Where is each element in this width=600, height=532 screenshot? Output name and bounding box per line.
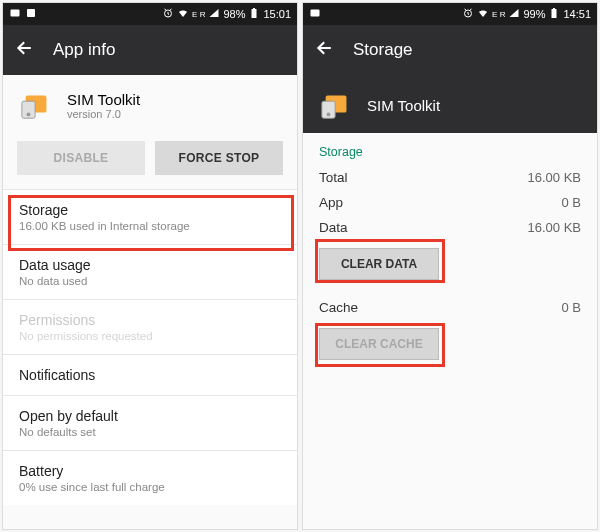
screen-storage: E R 99% 14:51 Storage SIM Toolkit Storag… xyxy=(302,2,598,530)
network-label: E R xyxy=(192,10,205,19)
svg-point-14 xyxy=(327,113,331,117)
battery-item[interactable]: Battery 0% use since last full charge xyxy=(3,450,297,505)
network-label: E R xyxy=(492,10,505,19)
clear-cache-button: CLEAR CACHE xyxy=(319,328,439,360)
kv-value: 0 B xyxy=(561,195,581,210)
item-subtitle: No defaults set xyxy=(19,426,281,438)
svg-rect-0 xyxy=(11,10,20,17)
kv-value: 0 B xyxy=(561,300,581,315)
wifi-icon xyxy=(477,7,489,21)
action-buttons: DISABLE FORCE STOP xyxy=(3,133,297,189)
storage-item[interactable]: Storage 16.00 KB used in Internal storag… xyxy=(3,189,297,244)
battery-text: 98% xyxy=(223,8,245,20)
kv-label: App xyxy=(319,195,343,210)
row-cache: Cache 0 B xyxy=(303,284,597,320)
kv-value: 16.00 KB xyxy=(528,220,582,235)
app-version: version 7.0 xyxy=(67,108,140,120)
signal-icon xyxy=(508,7,520,21)
notification-icon xyxy=(9,7,21,21)
svg-rect-1 xyxy=(27,9,35,17)
clock-text: 15:01 xyxy=(263,8,291,20)
item-title: Notifications xyxy=(19,367,281,383)
notifications-item[interactable]: Notifications xyxy=(3,354,297,395)
notification-icon xyxy=(309,7,321,21)
item-subtitle: No data used xyxy=(19,275,281,287)
screen-app-info: E R 98% 15:01 App info SIM Toolkit versi… xyxy=(2,2,298,530)
row-data: Data 16.00 KB xyxy=(303,215,597,240)
permissions-item: Permissions No permissions requested xyxy=(3,299,297,354)
svg-rect-11 xyxy=(553,8,555,9)
battery-text: 99% xyxy=(523,8,545,20)
kv-value: 16.00 KB xyxy=(528,170,582,185)
item-title: Permissions xyxy=(19,312,281,328)
item-title: Storage xyxy=(19,202,281,218)
svg-rect-8 xyxy=(311,10,320,17)
item-title: Data usage xyxy=(19,257,281,273)
alarm-icon xyxy=(162,7,174,21)
app-name: SIM Toolkit xyxy=(67,91,140,108)
page-title: Storage xyxy=(353,40,413,60)
status-bar: E R 98% 15:01 xyxy=(3,3,297,25)
back-icon[interactable] xyxy=(315,38,335,63)
app-bar: App info xyxy=(3,25,297,75)
clear-data-button[interactable]: CLEAR DATA xyxy=(319,248,439,280)
row-total: Total 16.00 KB xyxy=(303,165,597,190)
alarm-icon xyxy=(462,7,474,21)
svg-point-7 xyxy=(27,113,31,117)
app-header: SIM Toolkit xyxy=(303,75,597,133)
disable-button: DISABLE xyxy=(17,141,145,175)
app-bar: Storage xyxy=(303,25,597,75)
battery-icon xyxy=(248,7,260,21)
signal-icon xyxy=(208,7,220,21)
page-title: App info xyxy=(53,40,115,60)
app-name: SIM Toolkit xyxy=(367,97,440,114)
item-title: Open by default xyxy=(19,408,281,424)
back-icon[interactable] xyxy=(15,38,35,63)
section-label: Storage xyxy=(303,133,597,165)
item-subtitle: 16.00 KB used in Internal storage xyxy=(19,220,281,232)
app-header: SIM Toolkit version 7.0 xyxy=(3,75,297,133)
svg-rect-4 xyxy=(253,8,255,9)
row-app: App 0 B xyxy=(303,190,597,215)
item-subtitle: No permissions requested xyxy=(19,330,281,342)
item-subtitle: 0% use since last full charge xyxy=(19,481,281,493)
app-icon xyxy=(19,87,55,123)
kv-label: Cache xyxy=(319,300,358,315)
open-by-default-item[interactable]: Open by default No defaults set xyxy=(3,395,297,450)
force-stop-button[interactable]: FORCE STOP xyxy=(155,141,283,175)
data-usage-item[interactable]: Data usage No data used xyxy=(3,244,297,299)
kv-label: Total xyxy=(319,170,348,185)
kv-label: Data xyxy=(319,220,348,235)
clock-text: 14:51 xyxy=(563,8,591,20)
item-title: Battery xyxy=(19,463,281,479)
notification-icon xyxy=(25,7,37,21)
battery-icon xyxy=(548,7,560,21)
status-bar: E R 99% 14:51 xyxy=(303,3,597,25)
wifi-icon xyxy=(177,7,189,21)
svg-rect-3 xyxy=(252,9,257,18)
svg-rect-10 xyxy=(552,9,557,18)
app-icon xyxy=(319,87,355,123)
